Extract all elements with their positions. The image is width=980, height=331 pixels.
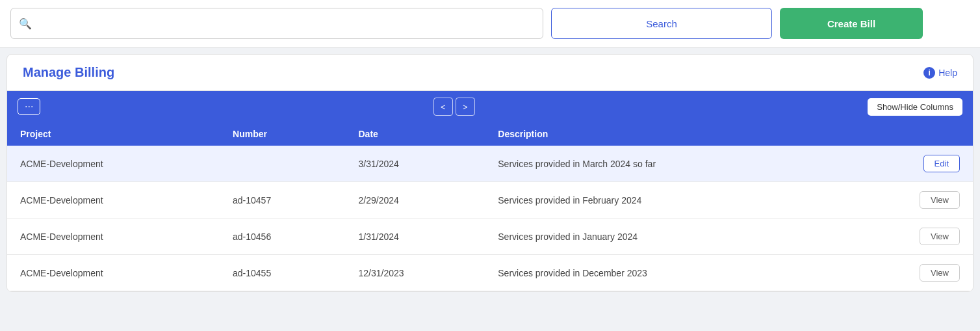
top-bar: 🔍 Search Create Bill — [0, 0, 980, 47]
cell-number — [220, 146, 345, 182]
cell-number: ad-10455 — [220, 255, 345, 291]
col-header-action — [844, 122, 973, 146]
cell-action: Edit — [844, 146, 973, 182]
cell-date: 12/31/2023 — [346, 255, 485, 291]
view-button[interactable]: View — [920, 191, 960, 209]
cell-action: View — [844, 218, 973, 255]
col-header-description: Description — [485, 122, 844, 146]
cell-date: 1/31/2024 — [346, 218, 485, 255]
col-header-number: Number — [220, 122, 345, 146]
cell-action: View — [844, 255, 973, 291]
cell-description: Services provided in February 2024 — [485, 182, 844, 218]
cell-description: Services provided in March 2024 so far — [485, 146, 844, 182]
col-header-project: Project — [7, 122, 220, 146]
manage-billing-title: Manage Billing — [23, 65, 114, 80]
create-bill-button[interactable]: Create Bill — [780, 8, 923, 39]
cell-project: ACME-Development — [7, 146, 220, 182]
show-hide-columns-button[interactable]: Show/Hide Columns — [868, 98, 962, 116]
cell-description: Services provided in January 2024 — [485, 218, 844, 255]
table-row: ACME-Developmentad-1045512/31/2023Servic… — [7, 255, 973, 291]
cell-description: Services provided in December 2023 — [485, 255, 844, 291]
table-header: Project Number Date Description — [7, 122, 973, 146]
table-body: ACME-Development3/31/2024Services provid… — [7, 146, 973, 291]
main-content: Manage Billing i Help ··· < > Show/Hide … — [6, 54, 974, 292]
search-button[interactable]: Search — [551, 8, 772, 39]
edit-button[interactable]: Edit — [923, 155, 960, 172]
table-header-row: Project Number Date Description — [7, 122, 973, 146]
prev-page-button[interactable]: < — [433, 98, 453, 116]
billing-table: Project Number Date Description ACME-Dev… — [7, 122, 973, 291]
table-row: ACME-Development3/31/2024Services provid… — [7, 146, 973, 182]
table-row: ACME-Developmentad-104572/29/2024Service… — [7, 182, 973, 218]
pagination-controls: < > — [433, 98, 475, 116]
cell-project: ACME-Development — [7, 255, 220, 291]
cell-number: ad-10457 — [220, 182, 345, 218]
search-input-wrapper: 🔍 — [10, 8, 543, 39]
cell-date: 2/29/2024 — [346, 182, 485, 218]
table-toolbar: ··· < > Show/Hide Columns — [7, 91, 973, 122]
cell-project: ACME-Development — [7, 182, 220, 218]
view-button[interactable]: View — [920, 264, 960, 282]
next-page-button[interactable]: > — [456, 98, 475, 116]
view-button[interactable]: View — [920, 228, 960, 245]
help-label: Help — [938, 68, 957, 78]
cell-project: ACME-Development — [7, 218, 220, 255]
billing-header: Manage Billing i Help — [7, 55, 973, 91]
dots-menu-button[interactable]: ··· — [18, 98, 40, 115]
help-link[interactable]: i Help — [923, 67, 957, 79]
table-row: ACME-Developmentad-104561/31/2024Service… — [7, 218, 973, 255]
cell-number: ad-10456 — [220, 218, 345, 255]
search-input[interactable] — [37, 18, 535, 29]
cell-action: View — [844, 182, 973, 218]
help-icon: i — [923, 67, 935, 79]
col-header-date: Date — [346, 122, 485, 146]
cell-date: 3/31/2024 — [346, 146, 485, 182]
search-icon: 🔍 — [19, 18, 32, 30]
